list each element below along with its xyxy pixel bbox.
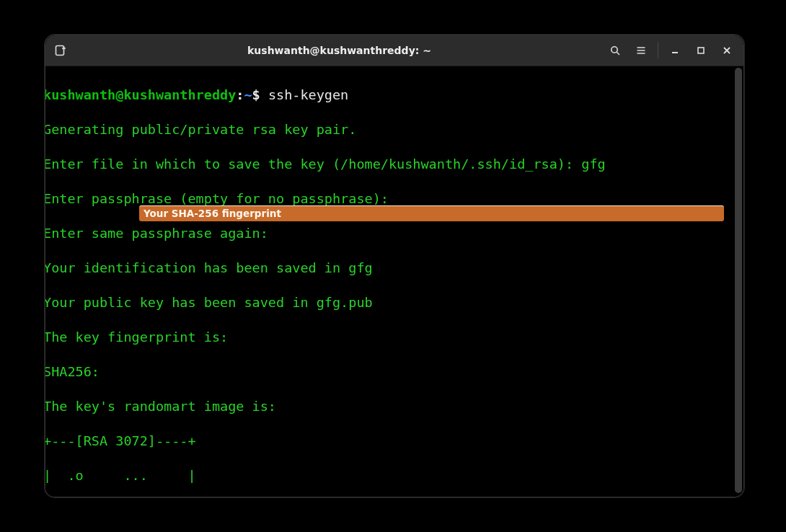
svg-line-4: [617, 52, 619, 55]
minimize-icon: [670, 45, 680, 56]
output-line: The key's randomart image is:: [45, 398, 735, 415]
menu-button[interactable]: [629, 38, 653, 63]
redaction-overlay: Your SHA-256 fingerprint: [139, 205, 724, 221]
randomart-line: +---[RSA 3072]----+: [45, 433, 735, 450]
maximize-button[interactable]: [689, 38, 713, 63]
window-title: kushwanth@kushwanthreddy: ~: [76, 45, 603, 56]
titlebar: kushwanth@kushwanthreddy: ~: [45, 35, 743, 66]
hamburger-icon: [635, 45, 647, 56]
close-icon: [722, 45, 732, 56]
terminal-area[interactable]: kushwanth@kushwanthreddy:~$ ssh-keygen G…: [45, 66, 743, 497]
new-tab-button[interactable]: [45, 35, 76, 66]
new-tab-icon: [54, 44, 67, 57]
search-icon: [609, 45, 621, 56]
terminal-content: kushwanth@kushwanthreddy:~$ ssh-keygen G…: [45, 68, 735, 497]
prompt-symbol: $: [252, 87, 260, 102]
svg-rect-0: [56, 46, 64, 56]
titlebar-controls: [603, 38, 743, 63]
scrollbar[interactable]: [735, 68, 742, 493]
prompt-path: ~: [244, 87, 252, 102]
output-line: The key fingerprint is:: [45, 329, 735, 346]
command-text: ssh-keygen: [260, 87, 349, 102]
prompt-colon: :: [236, 87, 244, 102]
svg-rect-9: [698, 48, 704, 53]
minimize-button[interactable]: [663, 38, 687, 63]
prompt-line: kushwanth@kushwanthreddy:~$ ssh-keygen: [45, 87, 735, 104]
output-line: Your identification has been saved in gf…: [45, 260, 735, 277]
redaction-label: Your SHA-256 fingerprint: [143, 206, 281, 221]
terminal-window: kushwanth@kushwanthreddy: ~: [45, 35, 744, 497]
separator: [658, 43, 658, 58]
svg-point-3: [611, 47, 617, 53]
close-button[interactable]: [715, 38, 739, 63]
prompt-user-host: kushwanth@kushwanthreddy: [45, 87, 236, 102]
output-line: Enter file in which to save the key (/ho…: [45, 156, 735, 173]
search-button[interactable]: [603, 38, 627, 63]
randomart-line: | .o ... |: [45, 467, 735, 484]
maximize-icon: [696, 45, 706, 56]
output-line: Your public key has been saved in gfg.pu…: [45, 294, 735, 311]
sha-line: SHA256:: [45, 363, 735, 381]
output-line: Enter same passphrase again:: [45, 225, 735, 242]
output-line: Generating public/private rsa key pair.: [45, 121, 735, 138]
